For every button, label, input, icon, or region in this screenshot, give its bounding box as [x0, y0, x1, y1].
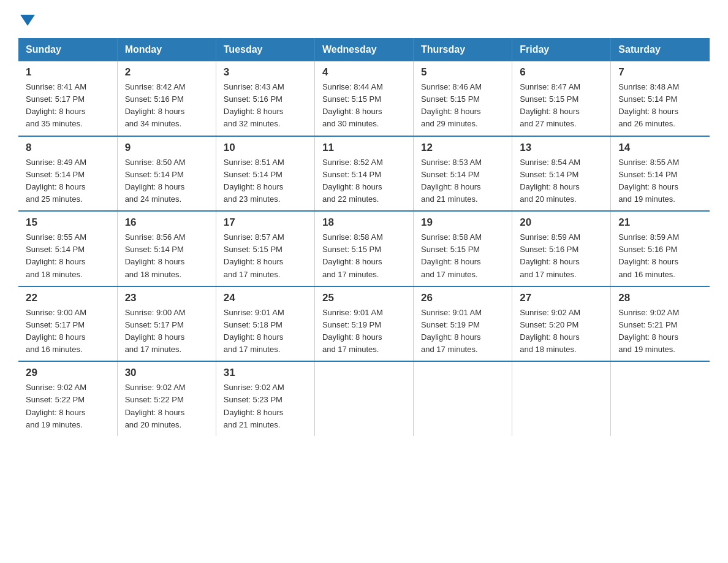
- week-row-1: 1Sunrise: 8:41 AMSunset: 5:17 PMDaylight…: [18, 61, 710, 136]
- day-info: Sunrise: 8:52 AMSunset: 5:14 PMDaylight:…: [322, 156, 406, 206]
- day-number: 3: [224, 66, 307, 79]
- day-info: Sunrise: 9:01 AMSunset: 5:18 PMDaylight:…: [224, 307, 307, 356]
- calendar-cell: 12Sunrise: 8:53 AMSunset: 5:14 PMDayligh…: [414, 136, 512, 212]
- day-number: 26: [421, 292, 504, 304]
- day-info: Sunrise: 9:02 AMSunset: 5:22 PMDaylight:…: [26, 381, 110, 431]
- day-number: 9: [125, 142, 208, 154]
- week-row-2: 8Sunrise: 8:49 AMSunset: 5:14 PMDaylight…: [18, 136, 710, 212]
- calendar-cell: 10Sunrise: 8:51 AMSunset: 5:14 PMDayligh…: [216, 136, 314, 212]
- day-info: Sunrise: 8:47 AMSunset: 5:15 PMDaylight:…: [520, 81, 603, 131]
- calendar-cell: 9Sunrise: 8:50 AMSunset: 5:14 PMDaylight…: [117, 136, 216, 212]
- calendar-cell: 26Sunrise: 9:01 AMSunset: 5:19 PMDayligh…: [414, 286, 512, 362]
- day-number: 8: [26, 142, 110, 154]
- day-number: 31: [224, 367, 307, 379]
- day-number: 4: [322, 66, 406, 79]
- logo: [18, 12, 35, 26]
- calendar-cell: 13Sunrise: 8:54 AMSunset: 5:14 PMDayligh…: [512, 136, 611, 212]
- day-number: 17: [224, 216, 307, 229]
- day-info: Sunrise: 8:51 AMSunset: 5:14 PMDaylight:…: [224, 156, 307, 206]
- day-number: 22: [26, 292, 110, 304]
- calendar-cell: 1Sunrise: 8:41 AMSunset: 5:17 PMDaylight…: [18, 61, 117, 136]
- day-info: Sunrise: 8:57 AMSunset: 5:15 PMDaylight:…: [224, 231, 307, 281]
- calendar-cell: 20Sunrise: 8:59 AMSunset: 5:16 PMDayligh…: [512, 211, 611, 286]
- day-info: Sunrise: 9:02 AMSunset: 5:22 PMDaylight:…: [125, 381, 208, 431]
- calendar-cell: 11Sunrise: 8:52 AMSunset: 5:14 PMDayligh…: [314, 136, 413, 212]
- calendar-cell: 7Sunrise: 8:48 AMSunset: 5:14 PMDaylight…: [611, 61, 710, 136]
- week-row-3: 15Sunrise: 8:55 AMSunset: 5:14 PMDayligh…: [18, 211, 710, 286]
- calendar-cell: 19Sunrise: 8:58 AMSunset: 5:15 PMDayligh…: [414, 211, 512, 286]
- day-number: 1: [26, 66, 110, 79]
- day-number: 20: [520, 216, 603, 229]
- day-info: Sunrise: 8:53 AMSunset: 5:14 PMDaylight:…: [421, 156, 504, 206]
- calendar-cell: 2Sunrise: 8:42 AMSunset: 5:16 PMDaylight…: [117, 61, 216, 136]
- day-info: Sunrise: 8:44 AMSunset: 5:15 PMDaylight:…: [322, 81, 406, 131]
- calendar-cell: [611, 361, 710, 436]
- day-number: 6: [520, 66, 603, 79]
- calendar-cell: [414, 361, 512, 436]
- calendar-cell: [512, 361, 611, 436]
- calendar-cell: 30Sunrise: 9:02 AMSunset: 5:22 PMDayligh…: [117, 361, 216, 436]
- day-info: Sunrise: 9:02 AMSunset: 5:21 PMDaylight:…: [618, 307, 702, 356]
- day-info: Sunrise: 8:59 AMSunset: 5:16 PMDaylight:…: [618, 231, 702, 281]
- calendar-header-row: SundayMondayTuesdayWednesdayThursdayFrid…: [18, 38, 710, 61]
- day-number: 14: [618, 142, 702, 154]
- calendar-cell: 21Sunrise: 8:59 AMSunset: 5:16 PMDayligh…: [611, 211, 710, 286]
- calendar-cell: [314, 361, 413, 436]
- day-number: 27: [520, 292, 603, 304]
- calendar-cell: 18Sunrise: 8:58 AMSunset: 5:15 PMDayligh…: [314, 211, 413, 286]
- calendar-cell: 3Sunrise: 8:43 AMSunset: 5:16 PMDaylight…: [216, 61, 314, 136]
- day-number: 2: [125, 66, 208, 79]
- week-row-5: 29Sunrise: 9:02 AMSunset: 5:22 PMDayligh…: [18, 361, 710, 436]
- day-info: Sunrise: 8:58 AMSunset: 5:15 PMDaylight:…: [421, 231, 504, 281]
- day-info: Sunrise: 8:43 AMSunset: 5:16 PMDaylight:…: [224, 81, 307, 131]
- day-number: 13: [520, 142, 603, 154]
- day-number: 19: [421, 216, 504, 229]
- day-number: 18: [322, 216, 406, 229]
- day-number: 25: [322, 292, 406, 304]
- day-info: Sunrise: 9:01 AMSunset: 5:19 PMDaylight:…: [322, 307, 406, 356]
- day-number: 16: [125, 216, 208, 229]
- day-number: 11: [322, 142, 406, 154]
- day-info: Sunrise: 8:56 AMSunset: 5:14 PMDaylight:…: [125, 231, 208, 281]
- calendar-cell: 28Sunrise: 9:02 AMSunset: 5:21 PMDayligh…: [611, 286, 710, 362]
- day-info: Sunrise: 8:54 AMSunset: 5:14 PMDaylight:…: [520, 156, 603, 206]
- calendar-cell: 27Sunrise: 9:02 AMSunset: 5:20 PMDayligh…: [512, 286, 611, 362]
- calendar-cell: 25Sunrise: 9:01 AMSunset: 5:19 PMDayligh…: [314, 286, 413, 362]
- calendar-cell: 5Sunrise: 8:46 AMSunset: 5:15 PMDaylight…: [414, 61, 512, 136]
- day-info: Sunrise: 8:55 AMSunset: 5:14 PMDaylight:…: [618, 156, 702, 206]
- day-number: 7: [618, 66, 702, 79]
- day-number: 21: [618, 216, 702, 229]
- calendar-cell: 6Sunrise: 8:47 AMSunset: 5:15 PMDaylight…: [512, 61, 611, 136]
- page-header: [18, 12, 710, 26]
- calendar-cell: 17Sunrise: 8:57 AMSunset: 5:15 PMDayligh…: [216, 211, 314, 286]
- day-info: Sunrise: 8:48 AMSunset: 5:14 PMDaylight:…: [618, 81, 702, 131]
- logo-arrow-icon: [20, 15, 35, 26]
- day-info: Sunrise: 8:42 AMSunset: 5:16 PMDaylight:…: [125, 81, 208, 131]
- header-saturday: Saturday: [611, 38, 710, 61]
- week-row-4: 22Sunrise: 9:00 AMSunset: 5:17 PMDayligh…: [18, 286, 710, 362]
- header-wednesday: Wednesday: [314, 38, 413, 61]
- day-info: Sunrise: 8:46 AMSunset: 5:15 PMDaylight:…: [421, 81, 504, 131]
- day-info: Sunrise: 8:55 AMSunset: 5:14 PMDaylight:…: [26, 231, 110, 281]
- day-info: Sunrise: 8:58 AMSunset: 5:15 PMDaylight:…: [322, 231, 406, 281]
- calendar-cell: 16Sunrise: 8:56 AMSunset: 5:14 PMDayligh…: [117, 211, 216, 286]
- header-thursday: Thursday: [414, 38, 512, 61]
- header-friday: Friday: [512, 38, 611, 61]
- day-number: 29: [26, 367, 110, 379]
- calendar-table: SundayMondayTuesdayWednesdayThursdayFrid…: [18, 38, 710, 436]
- day-number: 30: [125, 367, 208, 379]
- header-monday: Monday: [117, 38, 216, 61]
- day-info: Sunrise: 8:59 AMSunset: 5:16 PMDaylight:…: [520, 231, 603, 281]
- logo-text: [18, 12, 35, 26]
- day-number: 10: [224, 142, 307, 154]
- calendar-cell: 14Sunrise: 8:55 AMSunset: 5:14 PMDayligh…: [611, 136, 710, 212]
- day-number: 28: [618, 292, 702, 304]
- calendar-cell: 23Sunrise: 9:00 AMSunset: 5:17 PMDayligh…: [117, 286, 216, 362]
- day-info: Sunrise: 9:01 AMSunset: 5:19 PMDaylight:…: [421, 307, 504, 356]
- day-number: 5: [421, 66, 504, 79]
- day-number: 23: [125, 292, 208, 304]
- day-number: 15: [26, 216, 110, 229]
- header-tuesday: Tuesday: [216, 38, 314, 61]
- calendar-cell: 31Sunrise: 9:02 AMSunset: 5:23 PMDayligh…: [216, 361, 314, 436]
- calendar-cell: 4Sunrise: 8:44 AMSunset: 5:15 PMDaylight…: [314, 61, 413, 136]
